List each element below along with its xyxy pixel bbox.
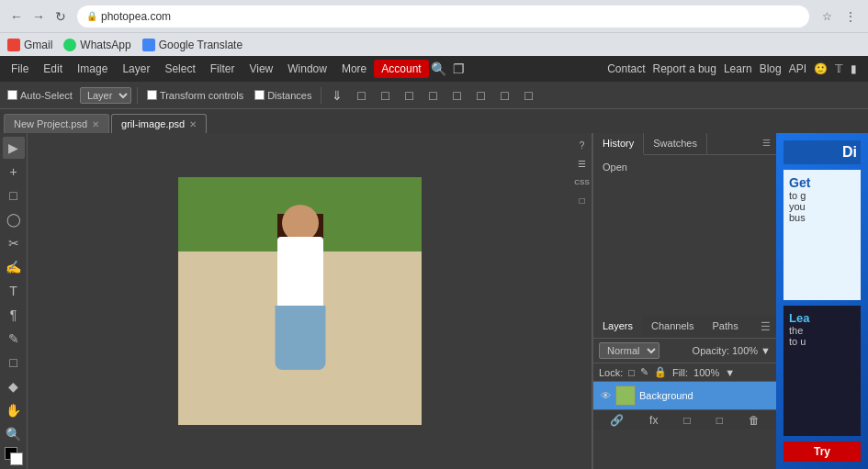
lock-position-btn[interactable]: 🔒 [654,366,667,378]
layers-tab-channels[interactable]: Channels [642,316,703,338]
paragraph-btn[interactable]: ¶ [3,304,25,326]
menu-account[interactable]: Account [374,60,428,78]
twitter-icon[interactable]: 𝕋 [835,62,843,75]
link-layers-btn[interactable]: 🔗 [610,414,624,427]
image-icon-btn[interactable]: □ [574,192,591,208]
tab-gril-image[interactable]: gril-image.psd ✕ [111,114,207,133]
bookmarks-bar: Gmail WhatsApp Google Translate [0,32,868,56]
toolbar-btn-6[interactable]: □ [446,85,467,106]
toolbar-btn-3[interactable]: □ [375,85,395,106]
menu-button[interactable]: ⋮ [840,6,861,27]
layers-panel: Layers Channels Paths ☰ Normal Opacity: … [593,316,776,469]
toolbar-btn-1[interactable]: ⇓ [327,85,347,106]
pen-btn[interactable]: ✍ [3,256,25,278]
menu-select[interactable]: Select [157,60,202,78]
ad-to-g: to g [789,190,855,201]
menu-more[interactable]: More [334,60,374,78]
transform-checkbox[interactable] [147,90,157,100]
layer-effects-btn[interactable]: fx [649,414,658,427]
layer-visibility-btn[interactable]: 👁 [599,389,612,402]
delete-layer-btn[interactable]: 🗑 [749,414,760,427]
layer-select[interactable]: Layer [80,87,131,104]
css-icon-btn[interactable]: CSS [574,173,591,190]
back-button[interactable]: ← [7,7,26,26]
reload-button[interactable]: ↻ [51,7,70,26]
menu-icon-btn[interactable]: ☰ [574,155,591,172]
info-icon-btn[interactable]: ? [574,137,591,153]
history-tab[interactable]: History [593,133,644,155]
auto-select-checkbox[interactable] [7,90,17,100]
lasso-btn[interactable]: ◯ [3,208,25,230]
eraser-btn[interactable]: □ [3,352,25,374]
bookmark-button[interactable]: ☆ [817,6,837,27]
menu-contact[interactable]: Contact [607,62,645,75]
menu-learn[interactable]: Learn [724,62,752,75]
rect-select-btn[interactable]: □ [3,184,25,207]
tab-close-0[interactable]: ✕ [92,119,99,129]
menu-file[interactable]: File [4,60,36,78]
distances-checkbox[interactable] [254,90,265,100]
background-color[interactable] [10,452,23,465]
side-icons-bar: ? ☰ CSS □ [572,133,592,469]
layers-tab-layers[interactable]: Layers [593,316,642,338]
menu-layer[interactable]: Layer [115,60,157,78]
bookmark-whatsapp[interactable]: WhatsApp [63,39,130,51]
menu-blog[interactable]: Blog [760,62,782,75]
type-btn[interactable]: T [3,280,25,302]
menu-image[interactable]: Image [70,60,115,78]
menu-window[interactable]: Window [280,60,334,78]
tab-close-1[interactable]: ✕ [189,119,197,129]
reddit-icon[interactable]: 🙂 [814,62,828,75]
canvas-image [178,177,422,425]
toolbox: ▶ + □ ◯ ✂ ✍ T ¶ ✎ □ ◆ ✋ 🔍 [0,133,28,469]
brush-btn[interactable]: ✎ [3,328,25,350]
forward-button[interactable]: → [29,7,48,26]
layers-tab-paths[interactable]: Paths [704,316,748,338]
distances-control[interactable]: Distances [251,88,315,103]
history-panel-menu-btn[interactable]: ☰ [757,133,776,154]
facebook-icon[interactable]: ▮ [851,62,857,75]
layers-menu-btn[interactable]: ☰ [755,316,776,338]
toolbar: Auto-Select Layer Transform controls Dis… [0,82,868,109]
transform-controls[interactable]: Transform controls [143,88,247,103]
shape-btn[interactable]: ◆ [3,375,25,397]
new-layer-btn[interactable]: □ [716,414,723,427]
bookmark-gmail[interactable]: Gmail [7,39,52,51]
toolbar-btn-4[interactable]: □ [399,85,419,106]
toolbar-btn-9[interactable]: □ [518,85,538,106]
toolbar-btn-2[interactable]: □ [351,85,371,106]
move-tool-btn[interactable]: ▶ [3,137,25,159]
menu-edit[interactable]: Edit [36,60,70,78]
fullscreen-icon-btn[interactable]: ❐ [449,59,469,79]
crop-btn[interactable]: ✂ [3,232,25,254]
menu-api[interactable]: API [789,62,806,75]
layers-footer: 🔗 fx □ □ 🗑 [593,409,776,430]
fill-value[interactable]: 100% [693,367,719,378]
lock-transparent-btn[interactable]: □ [628,367,635,378]
color-picker[interactable] [5,447,23,465]
zoom-btn[interactable]: 🔍 [3,423,25,445]
lock-image-btn[interactable]: ✎ [640,366,648,378]
layer-item-background[interactable]: 👁 Background [593,382,776,409]
toolbar-btn-7[interactable]: □ [470,85,490,106]
menu-view[interactable]: View [242,60,280,78]
toolbar-btn-8[interactable]: □ [494,85,514,106]
auto-select-control[interactable]: Auto-Select [4,88,76,103]
menu-right: Contact Report a bug Learn Blog API 🙂 𝕋 … [607,62,864,75]
menu-filter[interactable]: Filter [203,60,242,78]
swatches-tab[interactable]: Swatches [644,133,707,154]
new-fill-btn[interactable]: □ [683,414,690,427]
menu-report[interactable]: Report a bug [653,62,716,75]
toolbar-btn-5[interactable]: □ [423,85,443,106]
search-icon-btn[interactable]: 🔍 [429,59,449,79]
layer-name: Background [639,390,771,401]
selection-tool-btn[interactable]: + [3,161,25,183]
address-bar[interactable]: 🔒 photopea.com [77,6,809,28]
history-item-open[interactable]: Open [597,159,772,175]
fill-label: Fill: [672,367,688,378]
bookmark-translate[interactable]: Google Translate [142,39,242,51]
ad-try-btn[interactable]: Try [783,441,861,462]
blend-mode-select[interactable]: Normal [599,342,659,359]
tab-new-project[interactable]: New Project.psd ✕ [4,114,109,133]
hand-btn[interactable]: ✋ [3,399,25,421]
